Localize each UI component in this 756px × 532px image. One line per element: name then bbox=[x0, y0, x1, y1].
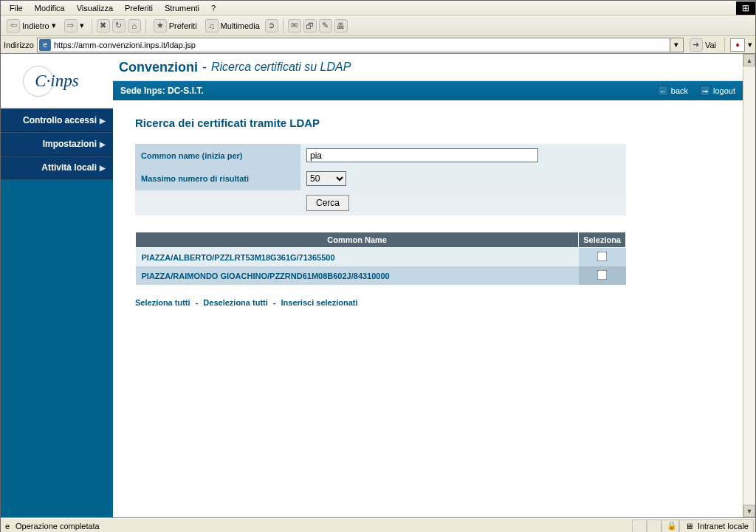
sidebar-item-controllo-accessi[interactable]: Controllo accessi ▶ bbox=[1, 108, 113, 132]
max-results-select[interactable]: 50 bbox=[306, 171, 346, 186]
go-label: Vai bbox=[705, 41, 716, 49]
lock-icon: 🔒 bbox=[667, 521, 677, 531]
toolbar: ⇦ Indietro ▾ ⇨ ▾ ✖ ↻ ⌂ ★ Preferiti ♫ Mul… bbox=[1, 15, 755, 36]
address-label: Indirizzo bbox=[4, 41, 34, 49]
table-row: PIAZZA/ALBERTO/PZZLRT53M18G361G/71365500 bbox=[136, 248, 626, 267]
sidebar-item-impostazioni[interactable]: Impostazioni ▶ bbox=[1, 132, 113, 156]
back-label: Indietro bbox=[22, 21, 49, 30]
address-bar: Indirizzo e ▾ ➜ Vai ♦ ▾ bbox=[1, 36, 755, 54]
bulk-actions: Seleziona tutti - Deseleziona tutti - In… bbox=[135, 298, 721, 307]
print-icon[interactable]: 🖶 bbox=[334, 19, 348, 32]
zone-text: Intranet locale bbox=[698, 522, 749, 531]
chevron-right-icon: ▶ bbox=[100, 164, 106, 172]
table-row: PIAZZA/RAIMONDO GIOACHINO/PZZRND61M08B60… bbox=[136, 266, 626, 285]
scroll-down-icon[interactable]: ▼ bbox=[743, 505, 755, 517]
sidebar-item-label: Controllo accessi bbox=[23, 115, 97, 125]
back-arrow-icon: ⇦ bbox=[7, 19, 20, 32]
size-icon[interactable]: 🗗 bbox=[303, 19, 317, 32]
chevron-right-icon: ▶ bbox=[100, 140, 106, 148]
main-content: Convenzioni - Ricerca certificati su LDA… bbox=[113, 54, 743, 517]
multimedia-label: Multimedia bbox=[221, 21, 260, 30]
menubar: File Modifica Visualizza Preferiti Strum… bbox=[1, 1, 755, 15]
common-name-label: Common name (inizia per) bbox=[135, 144, 300, 167]
go-button[interactable]: ➜ Vai bbox=[687, 38, 719, 52]
multimedia-button[interactable]: ♫ Multimedia bbox=[202, 18, 263, 34]
go-icon: ➜ bbox=[690, 38, 703, 52]
scroll-up-icon[interactable]: ▲ bbox=[743, 54, 755, 66]
sede-bar: Sede Inps: DC-S.I.T. ← back ➟ logout bbox=[113, 81, 743, 100]
ie-page-icon: e bbox=[2, 521, 13, 531]
sidebar-item-label: Attività locali bbox=[41, 162, 97, 173]
media-icon: ♫ bbox=[205, 19, 219, 32]
stop-icon[interactable]: ✖ bbox=[97, 19, 110, 32]
cell-common-name: PIAZZA/ALBERTO/PZZLRT53M18G361G/71365500 bbox=[136, 248, 579, 267]
page-subtitle: Ricerca certificati su LDAP bbox=[211, 61, 351, 74]
chevron-down-icon: ▾ bbox=[748, 40, 752, 49]
select-all-link[interactable]: Seleziona tutti bbox=[135, 298, 190, 307]
logo-text: C·inps bbox=[35, 72, 78, 90]
edit-icon[interactable]: ✎ bbox=[319, 19, 332, 32]
inps-logo: C·inps bbox=[35, 72, 78, 91]
row-select-checkbox[interactable] bbox=[597, 252, 608, 262]
address-input[interactable] bbox=[37, 38, 670, 52]
sede-label: Sede Inps: DC-S.I.T. bbox=[120, 86, 204, 96]
menu-visualizza[interactable]: Visualizza bbox=[71, 2, 119, 14]
col-common-name: Common Name bbox=[136, 232, 579, 248]
zone-icon: 🖥 bbox=[684, 521, 695, 531]
app-logo-icon: ⊞ bbox=[736, 1, 755, 15]
logout-link-label: logout bbox=[713, 86, 735, 95]
back-button[interactable]: ⇦ Indietro ▾ bbox=[4, 18, 59, 34]
results-table: Common Name Seleziona PIAZZA/ALBERTO/PZZ… bbox=[135, 232, 626, 285]
mail-icon[interactable]: ✉ bbox=[288, 19, 301, 32]
max-results-label: Massimo numero di risultati bbox=[135, 167, 300, 190]
menu-file[interactable]: File bbox=[4, 2, 29, 14]
page-title: Convenzioni bbox=[119, 60, 198, 75]
menu-preferiti[interactable]: Preferiti bbox=[119, 2, 159, 14]
insert-selected-link[interactable]: Inserisci selezionati bbox=[281, 298, 358, 307]
col-seleziona: Seleziona bbox=[579, 232, 626, 248]
back-link[interactable]: ← back bbox=[658, 86, 688, 96]
deselect-all-link[interactable]: Deseleziona tutti bbox=[203, 298, 267, 307]
vertical-scrollbar[interactable]: ▲ ▼ bbox=[743, 54, 755, 517]
row-select-checkbox[interactable] bbox=[597, 270, 608, 280]
home-icon[interactable]: ⌂ bbox=[128, 19, 141, 32]
favorites-button[interactable]: ★ Preferiti bbox=[151, 18, 200, 34]
section-heading: Ricerca dei certificati tramite LDAP bbox=[135, 117, 721, 129]
menu-strumenti[interactable]: Strumenti bbox=[159, 2, 205, 14]
forward-button[interactable]: ⇨ ▾ bbox=[61, 18, 87, 34]
back-link-label: back bbox=[671, 86, 688, 95]
sidebar: C·inps Controllo accessi ▶ Impostazioni … bbox=[1, 54, 113, 517]
back-arrow-icon: ← bbox=[658, 86, 668, 96]
menu-help[interactable]: ? bbox=[205, 2, 221, 14]
sidebar-item-attivita-locali[interactable]: Attività locali ▶ bbox=[1, 156, 113, 179]
logout-link[interactable]: ➟ logout bbox=[700, 86, 735, 96]
chevron-down-icon: ▾ bbox=[80, 21, 84, 30]
search-form: Common name (inizia per) Massimo numero … bbox=[135, 144, 626, 215]
star-icon: ★ bbox=[154, 19, 167, 32]
scroll-track[interactable] bbox=[743, 66, 755, 505]
favorites-label: Preferiti bbox=[169, 21, 197, 30]
history-icon[interactable]: ➲ bbox=[265, 19, 278, 32]
address-dropdown[interactable]: ▾ bbox=[670, 38, 684, 52]
pdf-icon[interactable]: ♦ bbox=[730, 38, 745, 52]
menu-modifica[interactable]: Modifica bbox=[29, 2, 71, 14]
sidebar-item-label: Impostazioni bbox=[43, 139, 97, 149]
search-button[interactable]: Cerca bbox=[306, 195, 349, 211]
chevron-right-icon: ▶ bbox=[100, 117, 106, 125]
page-body: C·inps Controllo accessi ▶ Impostazioni … bbox=[1, 54, 755, 518]
title-separator: - bbox=[202, 60, 207, 75]
page-title-bar: Convenzioni - Ricerca certificati su LDA… bbox=[113, 54, 743, 81]
logout-icon: ➟ bbox=[700, 86, 710, 96]
statusbar: e Operazione completata 🔒 🖥 Intranet loc… bbox=[1, 518, 755, 532]
ie-window: File Modifica Visualizza Preferiti Strum… bbox=[0, 0, 756, 532]
refresh-icon[interactable]: ↻ bbox=[112, 19, 126, 32]
cell-common-name: PIAZZA/RAIMONDO GIOACHINO/PZZRND61M08B60… bbox=[136, 266, 579, 285]
forward-arrow-icon: ⇨ bbox=[64, 19, 78, 32]
status-text: Operazione completata bbox=[16, 522, 100, 531]
common-name-input[interactable] bbox=[306, 148, 538, 162]
chevron-down-icon: ▾ bbox=[52, 21, 56, 30]
logo-cell: C·inps bbox=[1, 54, 113, 108]
ie-page-icon: e bbox=[39, 39, 51, 51]
